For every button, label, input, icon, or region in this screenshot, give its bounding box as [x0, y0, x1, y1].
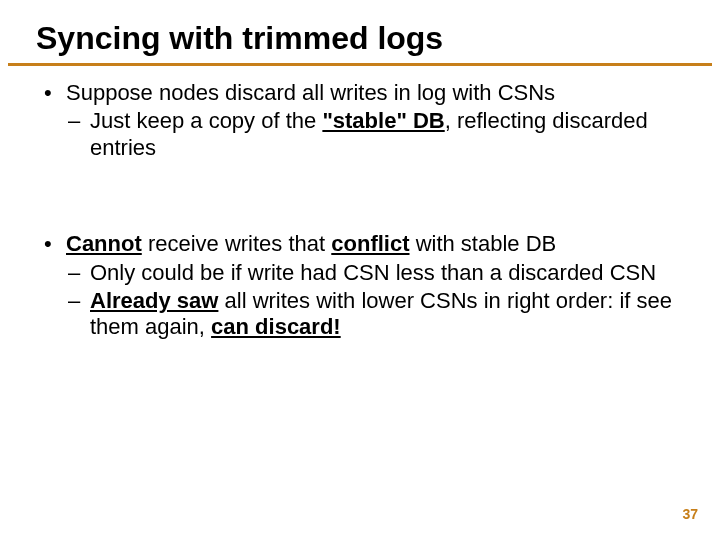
bullet-2: Cannot receive writes that conflict with… [40, 231, 680, 341]
b2-m1: receive writes that [142, 231, 332, 256]
slide-body: Suppose nodes discard all writes in log … [0, 80, 720, 341]
bullet-1: Suppose nodes discard all writes in log … [40, 80, 680, 161]
b2-b1: Cannot [66, 231, 142, 256]
b2-b2: conflict [331, 231, 409, 256]
b2s2-b1: Already saw [90, 288, 218, 313]
bullet-1-subs: Just keep a copy of the "stable" DB, ref… [66, 108, 680, 161]
bullet-2-sub-1: Only could be if write had CSN less than… [66, 260, 680, 286]
bullet-2-sub-2: Already saw all writes with lower CSNs i… [66, 288, 680, 341]
bullet-1-sub-1: Just keep a copy of the "stable" DB, ref… [66, 108, 680, 161]
b1s1-pre: Just keep a copy of the [90, 108, 322, 133]
b2s1-text: Only could be if write had CSN less than… [90, 260, 656, 285]
slide: Syncing with trimmed logs Suppose nodes … [0, 0, 720, 540]
slide-title: Syncing with trimmed logs [8, 20, 712, 66]
bullet-2-subs: Only could be if write had CSN less than… [66, 260, 680, 341]
b2s2-b2: can discard! [211, 314, 341, 339]
bullet-1-text: Suppose nodes discard all writes in log … [66, 80, 555, 105]
b1s1-boldu: "stable" DB [322, 108, 444, 133]
bullet-list: Suppose nodes discard all writes in log … [40, 80, 680, 341]
page-number: 37 [682, 506, 698, 522]
b2-m2: with stable DB [410, 231, 557, 256]
